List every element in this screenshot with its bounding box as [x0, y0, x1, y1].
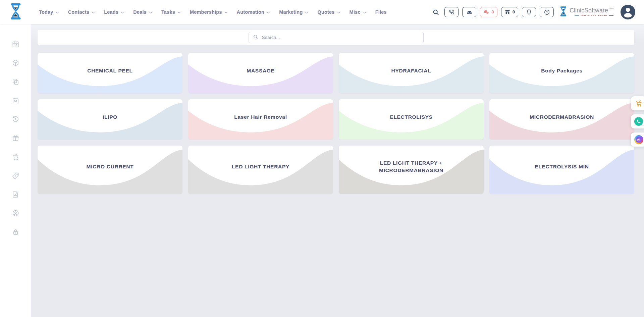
history-icon: [12, 115, 19, 124]
sidebar-item-gift[interactable]: [11, 135, 20, 143]
tagline-line: [609, 15, 613, 16]
nav-item-automation[interactable]: Automation: [237, 9, 270, 15]
brand-suffix: .com: [608, 7, 613, 9]
hourglass-logo-icon: [9, 3, 22, 21]
ai-label: AI: [636, 137, 642, 143]
category-card-label: MICRO CURRENT: [55, 163, 165, 171]
shop-button[interactable]: 0: [501, 7, 519, 17]
nav-item-contacts[interactable]: Contacts: [68, 9, 95, 15]
sidebar-item-copy[interactable]: [11, 78, 20, 86]
category-card-electrolisys[interactable]: ELECTROLISYS: [339, 99, 484, 140]
chevron-down-icon: [92, 11, 95, 14]
category-card-led-light-therapy[interactable]: LED LIGHT THERAPY: [188, 146, 333, 194]
avatar[interactable]: [621, 5, 635, 19]
category-card-chemical-peel[interactable]: CHEMICAL PEEL: [38, 53, 182, 93]
category-grid: CHEMICAL PEEL MASSAGE HYDRAFACIAL Body P…: [38, 53, 634, 194]
sidebar-item-lock[interactable]: [11, 229, 20, 236]
search-icon[interactable]: [432, 9, 439, 16]
store-icon: [504, 9, 511, 15]
main-content: CHEMICAL PEEL MASSAGE HYDRAFACIAL Body P…: [31, 24, 644, 317]
search-input-wrap: [249, 32, 424, 43]
search-icon: [253, 34, 258, 41]
sidebar-item-cart[interactable]: [11, 154, 20, 161]
category-card-massage[interactable]: MASSAGE: [188, 53, 333, 93]
sidebar-item-account[interactable]: [11, 210, 20, 218]
nav-item-misc[interactable]: Misc: [350, 9, 366, 15]
category-card-hydrafacial[interactable]: HYDRAFACIAL: [339, 53, 484, 93]
topbar: Today Contacts Leads Deals Tasks Members…: [0, 0, 644, 24]
nav-item-files[interactable]: Files: [375, 9, 387, 15]
nav-item-quotes[interactable]: Quotes: [317, 9, 340, 15]
nav-item-label: Automation: [237, 9, 265, 15]
category-card-ilipo[interactable]: iLIPO: [38, 99, 182, 140]
phone-button[interactable]: [444, 7, 459, 17]
nav-item-today[interactable]: Today: [39, 9, 59, 15]
category-card-laser-hair-removal[interactable]: Laser Hair Removal: [188, 99, 333, 140]
help-icon: ?: [544, 9, 550, 15]
chevron-down-icon: [149, 11, 152, 14]
tagline-text: TEN STEPS AHEAD: [581, 14, 607, 16]
category-card-micro-current[interactable]: MICRO CURRENT: [38, 146, 182, 194]
sidebar: 12 $: [0, 24, 31, 317]
sidebar-item-calendar[interactable]: 12: [11, 41, 20, 49]
chevron-down-icon: [363, 11, 366, 14]
calendar-import-icon: [12, 97, 19, 106]
sidebar-item-history[interactable]: [11, 116, 20, 124]
lock-icon: [12, 228, 19, 237]
cart-orange-icon: [635, 100, 643, 107]
help-button[interactable]: ?: [540, 7, 554, 17]
sidebar-item-calendar-import[interactable]: [11, 97, 20, 105]
bell-icon: [526, 9, 532, 15]
category-card-label: LED LIGHT THERAPY: [205, 163, 316, 171]
category-card-label: iLIPO: [55, 113, 165, 121]
floating-ai-button[interactable]: AI: [631, 133, 644, 147]
package-icon: [12, 59, 19, 68]
search-input[interactable]: [261, 35, 419, 40]
category-card-label: ELECTROLISYS: [356, 113, 467, 121]
floating-whatsapp-button[interactable]: [631, 114, 644, 128]
brand-logo[interactable]: ClinicSoftware .com TEN STEPS AHEAD: [559, 6, 613, 18]
nav-item-label: Deals: [133, 9, 147, 15]
category-card-led-light-therapy-microdermabrasion[interactable]: LED LIGHT THERAPY + MICRODERMABRASION: [339, 146, 484, 194]
chevron-down-icon: [121, 11, 124, 14]
topbar-actions: 3 0 ?: [444, 7, 554, 17]
whatsapp-icon: [634, 117, 643, 126]
category-card-microdermabrasion[interactable]: MICRODERMABRASION: [489, 99, 634, 140]
floating-cart-button[interactable]: [631, 96, 644, 110]
gift-icon: [12, 134, 19, 143]
category-card-label: MICRODERMABRASION: [506, 113, 617, 121]
chat-button[interactable]: 3: [480, 7, 497, 17]
sidebar-item-report[interactable]: [11, 191, 20, 199]
nav-item-label: Today: [39, 9, 53, 15]
chat-icon: [483, 9, 489, 15]
nav-item-leads[interactable]: Leads: [104, 9, 124, 15]
chevron-down-icon: [224, 11, 228, 14]
nav-item-marketing[interactable]: Marketing: [279, 9, 308, 15]
report-icon: [12, 191, 19, 200]
app-logo[interactable]: [9, 3, 22, 21]
category-card-label: CHEMICAL PEEL: [55, 67, 165, 74]
brand-text: ClinicSoftware .com TEN STEPS AHEAD: [570, 8, 613, 17]
nav-item-deals[interactable]: Deals: [133, 9, 152, 15]
chat-badge: 3: [491, 10, 494, 14]
sidebar-item-price-tag[interactable]: $: [11, 172, 20, 180]
notifications-button[interactable]: [522, 7, 536, 17]
tagline-line: [575, 15, 579, 16]
calendar-icon: 12: [12, 40, 19, 49]
inbox-button[interactable]: [462, 7, 476, 17]
category-card-label: HYDRAFACIAL: [356, 67, 467, 74]
nav-item-tasks[interactable]: Tasks: [161, 9, 181, 15]
category-card-electrolysis-min[interactable]: ELECTROLYSIS MIN: [489, 146, 634, 194]
sidebar-item-package[interactable]: [11, 60, 20, 67]
account-icon: [12, 209, 19, 218]
nav-item-label: Leads: [104, 9, 118, 15]
shop-badge: 0: [513, 10, 515, 14]
chevron-down-icon: [56, 11, 59, 14]
nav-item-memberships[interactable]: Memberships: [190, 9, 228, 15]
category-card-label: Body Packages: [506, 67, 617, 74]
search-panel: [38, 30, 634, 45]
category-card-body-packages[interactable]: Body Packages: [489, 53, 634, 93]
hourglass-logo-icon: [559, 6, 567, 18]
calendar-day-label: 12: [14, 44, 17, 47]
chevron-down-icon: [177, 11, 181, 14]
